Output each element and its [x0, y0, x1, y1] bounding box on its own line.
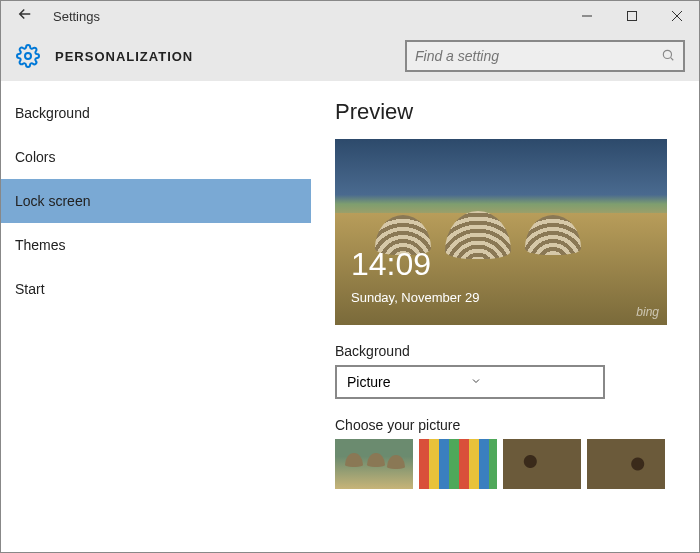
- search-box[interactable]: [405, 40, 685, 72]
- sidebar-item-lock-screen[interactable]: Lock screen: [1, 179, 311, 223]
- lock-screen-preview: 14:09 Sunday, November 29 bing: [335, 139, 667, 325]
- window-title: Settings: [53, 9, 100, 24]
- sidebar-item-label: Start: [15, 281, 45, 297]
- sidebar-item-label: Colors: [15, 149, 55, 165]
- header: PERSONALIZATION: [1, 31, 699, 81]
- picture-thumb-2[interactable]: [419, 439, 497, 489]
- background-label: Background: [335, 343, 679, 359]
- sidebar-item-label: Themes: [15, 237, 66, 253]
- preview-heading: Preview: [335, 99, 679, 125]
- background-dropdown[interactable]: Picture: [335, 365, 605, 399]
- picture-thumb-1[interactable]: [335, 439, 413, 489]
- picture-thumb-3[interactable]: [503, 439, 581, 489]
- sidebar-item-themes[interactable]: Themes: [1, 223, 311, 267]
- svg-point-5: [663, 50, 671, 58]
- svg-rect-1: [627, 12, 636, 21]
- maximize-button[interactable]: [609, 1, 654, 31]
- search-icon: [661, 48, 675, 65]
- dropdown-value: Picture: [347, 374, 470, 390]
- back-button[interactable]: [1, 5, 49, 28]
- close-button[interactable]: [654, 1, 699, 31]
- main-content: Preview 14:09 Sunday, November 29 bing B…: [311, 81, 699, 552]
- picture-thumb-4[interactable]: [587, 439, 665, 489]
- sidebar-item-start[interactable]: Start: [1, 267, 311, 311]
- bing-watermark: bing: [636, 305, 659, 319]
- gear-icon: [15, 43, 41, 69]
- preview-date: Sunday, November 29: [351, 290, 479, 305]
- chevron-down-icon: [470, 374, 593, 390]
- page-category: PERSONALIZATION: [55, 49, 193, 64]
- sidebar-item-label: Background: [15, 105, 90, 121]
- titlebar: Settings: [1, 1, 699, 31]
- svg-point-4: [25, 53, 31, 59]
- sidebar-item-colors[interactable]: Colors: [1, 135, 311, 179]
- choose-picture-label: Choose your picture: [335, 417, 679, 433]
- sidebar: Background Colors Lock screen Themes Sta…: [1, 81, 311, 552]
- svg-line-6: [671, 57, 674, 60]
- minimize-button[interactable]: [564, 1, 609, 31]
- sidebar-item-label: Lock screen: [15, 193, 90, 209]
- search-input[interactable]: [415, 48, 661, 64]
- sidebar-item-background[interactable]: Background: [1, 91, 311, 135]
- picture-thumbnails: [335, 439, 679, 489]
- preview-time: 14:09: [351, 246, 431, 283]
